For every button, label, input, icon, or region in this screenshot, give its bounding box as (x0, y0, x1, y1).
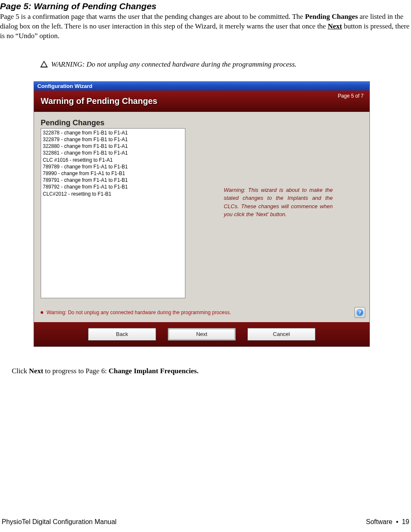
list-item[interactable]: 322881 - change from F1-B1 to F1-A1 (41, 150, 185, 156)
warning-text: WARNING: Do not unplug any connected har… (51, 60, 297, 69)
list-item[interactable]: 322879 - change from F1-B1 to F1-A1 (41, 136, 185, 143)
page-footer: PhysioTel Digital Configuration Manual S… (0, 518, 411, 526)
page-heading: Page 5: Warning of Pending Changes (0, 1, 411, 11)
para-a: Page 5 is a confirmation page that warns… (0, 13, 305, 21)
next-button[interactable]: Next (168, 328, 236, 341)
warning-line: WARNING: Do not unplug any connected har… (40, 60, 411, 69)
after-paragraph: Click Next to progress to Page 6: Change… (12, 367, 411, 375)
footer-right: Software • 19 (366, 518, 409, 526)
page-indicator: Page 5 of 7 (338, 93, 364, 99)
right-warning-text: Warning: This wizard is about to make th… (224, 186, 333, 219)
wizard-body: Pending Changes 322878 - change from F1-… (34, 112, 369, 306)
help-button[interactable]: ? (354, 307, 365, 318)
cancel-button[interactable]: Cancel (247, 328, 315, 341)
pending-changes-label: Pending Changes (41, 119, 185, 127)
warning-triangle-icon (40, 61, 48, 67)
list-item[interactable]: 78990 - change from F1-A1 to F1-B1 (41, 170, 185, 177)
wizard-header: Page 5 of 7 Warning of Pending Changes (34, 90, 369, 112)
list-item[interactable]: 789791 - change from F1-A1 to F1-B1 (41, 177, 185, 183)
after-d: Change Implant Frequencies. (109, 367, 199, 375)
footer-page-number: 19 (402, 518, 409, 525)
pending-changes-listbox[interactable]: 322878 - change from F1-B1 to F1-A132287… (41, 128, 185, 298)
status-bullet-icon (41, 311, 43, 314)
footer-left: PhysioTel Digital Configuration Manual (2, 518, 117, 526)
list-item[interactable]: 789792 - change from F1-A1 to F1-B1 (41, 183, 185, 190)
wizard-statusbar: Warning: Do not unplug any connected har… (34, 306, 369, 322)
wizard-title: Warning of Pending Changes (41, 96, 363, 106)
pending-changes-panel: Pending Changes 322878 - change from F1-… (41, 119, 185, 303)
footer-section: Software (366, 518, 393, 525)
list-item[interactable]: 789789 - change from F1-A1 to F1-B1 (41, 163, 185, 170)
help-icon: ? (356, 309, 363, 316)
footer-dot-icon: • (394, 518, 400, 525)
after-c: to progress to Page 6: (43, 367, 109, 375)
para-b: Pending Changes (305, 13, 358, 21)
list-item[interactable]: CLC #1016 - resetting to F1-A1 (41, 157, 185, 163)
list-item[interactable]: CLC#2012 - resetting to F1-B1 (41, 191, 185, 197)
back-button[interactable]: Back (88, 328, 156, 341)
configuration-wizard-window: Configuration Wizard Page 5 of 7 Warning… (34, 81, 370, 347)
after-a: Click (12, 367, 29, 375)
para-d: Next (328, 22, 342, 30)
list-item[interactable]: 322880 - change from F1-B1 to F1-A1 (41, 143, 185, 150)
right-warning-panel: Warning: This wizard is about to make th… (194, 119, 363, 303)
intro-paragraph: Page 5 is a confirmation page that warns… (0, 12, 411, 41)
window-titlebar: Configuration Wizard (34, 82, 369, 90)
wizard-button-bar: Back Next Cancel (34, 322, 369, 346)
list-item[interactable]: 322878 - change from F1-B1 to F1-A1 (41, 129, 185, 136)
after-b: Next (29, 367, 43, 375)
status-text: Warning: Do not unplug any connected har… (47, 310, 351, 315)
